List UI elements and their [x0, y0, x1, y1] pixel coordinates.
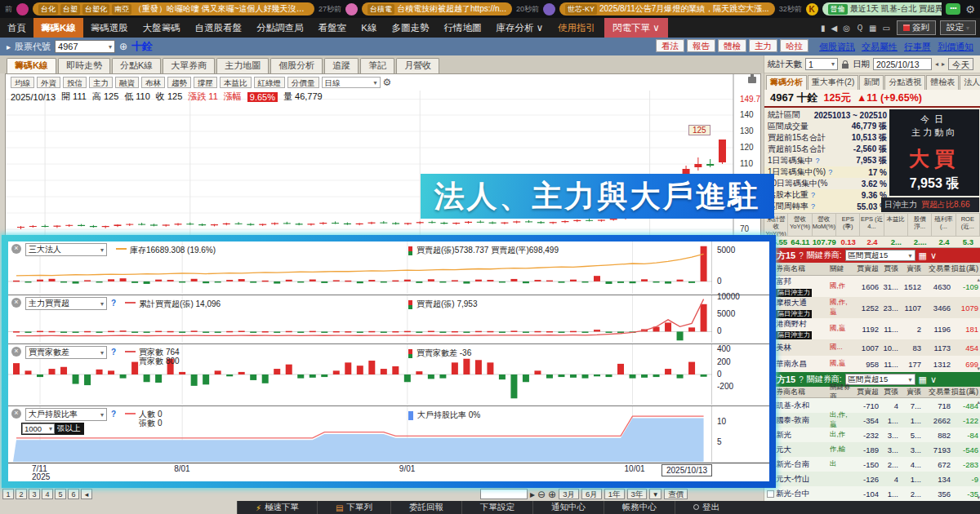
broker-row[interactable]: 新光出,作-2323...5...882-84: [764, 428, 980, 442]
footer-item[interactable]: 帳務中心: [604, 501, 675, 514]
range-button[interactable]: 6月: [581, 489, 602, 499]
panel4-select[interactable]: 大戶持股比率▾: [25, 408, 107, 421]
flash-order-button[interactable]: 閃電下單 ∨: [604, 18, 668, 38]
quick-link[interactable]: 到價通知: [938, 42, 973, 51]
chat-message[interactable]: 台積電台積電技術被超越了https://n...: [362, 2, 512, 16]
tab-6[interactable]: 追蹤: [324, 58, 359, 73]
menu-item[interactable]: 首頁: [0, 18, 33, 38]
stock-tag[interactable]: 台積電: [368, 4, 394, 15]
quick-button[interactable]: 主力: [749, 39, 777, 52]
sell-filter-select[interactable]: 區間賣超15▾: [845, 374, 915, 385]
quick-button[interactable]: 體檢: [718, 39, 746, 52]
panel-large-holders[interactable]: 105 × 大戶持股比率▾ ? 人數 0張數 0 1000▾ 張以上 大戶持股比…: [8, 406, 769, 463]
broker-row[interactable]: 富邦隔日沖主力國,作160631...15124630-109: [764, 276, 980, 297]
menu-item[interactable]: 分點調查局: [249, 18, 311, 38]
help-icon[interactable]: ?: [111, 299, 116, 308]
stock-tag[interactable]: 台化: [38, 4, 58, 15]
page-button[interactable]: 1: [2, 489, 14, 499]
stock-tag[interactable]: 南亞: [112, 4, 131, 15]
chat-message[interactable]: 晉倫最近1天 凱基-台北 買超異常 -18.4%: [822, 2, 942, 16]
stock-tag[interactable]: 台塑化: [82, 4, 109, 15]
chevron-down-icon[interactable]: ∨: [930, 250, 937, 261]
broker-row[interactable]: 國泰-敦南出,作,贏-3541...1...2662-122: [764, 413, 980, 428]
close-icon[interactable]: ×: [11, 298, 21, 308]
analysis-tab-3[interactable]: 分點透視: [884, 75, 925, 90]
headset-icon[interactable]: ◎: [843, 24, 850, 33]
stock-tag[interactable]: 世芯-KY: [565, 4, 597, 15]
chat-search-icon[interactable]: Ｑ: [856, 22, 863, 33]
help-icon[interactable]: ?: [111, 348, 116, 357]
broker-row[interactable]: 新光-台中-1041...2...356-35: [764, 486, 980, 501]
help-icon[interactable]: ?: [816, 157, 820, 165]
broker-row[interactable]: 美林國...100710...831173454: [764, 339, 980, 356]
tab-1[interactable]: 即時走勢: [58, 58, 110, 73]
indicator-button[interactable]: 外資: [37, 77, 60, 88]
indicator-button[interactable]: 撐壓: [194, 77, 217, 88]
page-button[interactable]: 2: [16, 489, 27, 499]
indicator-button[interactable]: 本益比: [220, 77, 252, 88]
tab-7[interactable]: 筆記: [360, 58, 394, 73]
panel1-select[interactable]: 三大法人▾: [25, 243, 107, 256]
tab-0[interactable]: 籌碼K線: [7, 58, 56, 73]
menu-item[interactable]: 籌碼選股: [83, 18, 136, 38]
quick-button[interactable]: 看法: [656, 39, 684, 52]
zoom-in-icon[interactable]: ⊕: [548, 490, 556, 499]
tab-4[interactable]: 主力地圖: [216, 58, 269, 73]
page-button[interactable]: 4: [42, 489, 53, 499]
quick-button[interactable]: 報告: [687, 39, 715, 52]
broker-row[interactable]: 華南永昌國,贏95811...1771312699: [764, 356, 980, 372]
footer-item[interactable]: 通知中心: [532, 501, 604, 514]
broker-row[interactable]: 新光-台南出-1502...4...672-283: [764, 457, 980, 472]
quick-link[interactable]: 行事曆: [904, 42, 931, 51]
page-button[interactable]: 6: [68, 489, 79, 499]
stock-tag[interactable]: 晉倫: [828, 4, 848, 15]
grid-icon[interactable]: ▦: [919, 374, 927, 385]
date-prev-icon[interactable]: ◂: [935, 60, 938, 68]
window-icon[interactable]: ▭: [883, 24, 890, 33]
lock-icon[interactable]: [842, 64, 849, 69]
quick-button[interactable]: 哈拉: [780, 39, 808, 52]
days-select[interactable]: 1▾: [805, 58, 838, 70]
chat-bubble-icon[interactable]: •••: [946, 3, 960, 15]
indicator-button[interactable]: 投信: [63, 77, 87, 88]
date-next-icon[interactable]: ▸: [942, 60, 945, 68]
chevron-down-icon[interactable]: ∨: [930, 374, 937, 385]
gear-icon[interactable]: ⚙: [383, 77, 392, 88]
date-input[interactable]: 2025/10/13: [873, 58, 932, 70]
help-icon[interactable]: ?: [799, 251, 804, 260]
help-icon[interactable]: ?: [811, 202, 815, 210]
menu-item[interactable]: 自選股看盤: [188, 18, 250, 38]
footer-item[interactable]: ⚡極速下單: [237, 501, 317, 514]
analysis-tab-2[interactable]: 新聞: [859, 75, 884, 90]
chat-message[interactable]: 世芯-KY2025/8/11公告7月爆燈的業績，隔天跳空大漲...: [559, 2, 775, 16]
chat-message[interactable]: 台化台塑台塑化南亞（重發）哈囉哈嘍 偶又來囉~這個人好幾天沒喊空...: [33, 2, 314, 16]
stock-name-link[interactable]: 十銓: [131, 39, 153, 54]
page-button[interactable]: ◂: [81, 489, 92, 499]
speaker-icon[interactable]: ◀: [831, 24, 838, 33]
broker-row[interactable]: 凱基-永和-71047...718-484: [764, 398, 980, 413]
phone-icon[interactable]: ▮: [821, 24, 826, 33]
footer-item[interactable]: 登出: [675, 501, 737, 514]
tab-3[interactable]: 大單券商: [163, 58, 215, 73]
panel3-select[interactable]: 買賣家數差▾: [25, 346, 107, 359]
expand-caret-icon[interactable]: ▸: [7, 42, 11, 51]
indicator-button[interactable]: 主力: [89, 77, 113, 88]
quick-link[interactable]: 個股資訊: [819, 42, 855, 51]
grid-icon[interactable]: ▦: [919, 250, 927, 261]
buy-filter-select[interactable]: 區間買超15▾: [845, 250, 915, 261]
indicator-button[interactable]: 分價量: [287, 77, 319, 88]
broker-row[interactable]: 摩根大通隔日沖主力國,作,贏125223...110734661079: [764, 297, 980, 318]
settings-button[interactable]: 設定▾: [940, 20, 976, 35]
analysis-tab-0[interactable]: 籌碼分析: [766, 75, 807, 90]
threshold-select[interactable]: 1000▾ 張以上: [21, 423, 84, 435]
analysis-tab-5[interactable]: 法人目標: [960, 75, 980, 90]
today-button[interactable]: 今天: [948, 58, 973, 70]
query-price-button[interactable]: 查價: [664, 489, 688, 499]
page-button[interactable]: 3: [29, 489, 40, 499]
tab-8[interactable]: 月營收: [396, 58, 439, 73]
go-icon[interactable]: ▸: [530, 490, 535, 499]
range-input[interactable]: [480, 489, 528, 499]
page-button[interactable]: 5: [55, 489, 66, 499]
camera-icon[interactable]: [748, 77, 756, 83]
range-caret[interactable]: ▾: [649, 489, 662, 499]
